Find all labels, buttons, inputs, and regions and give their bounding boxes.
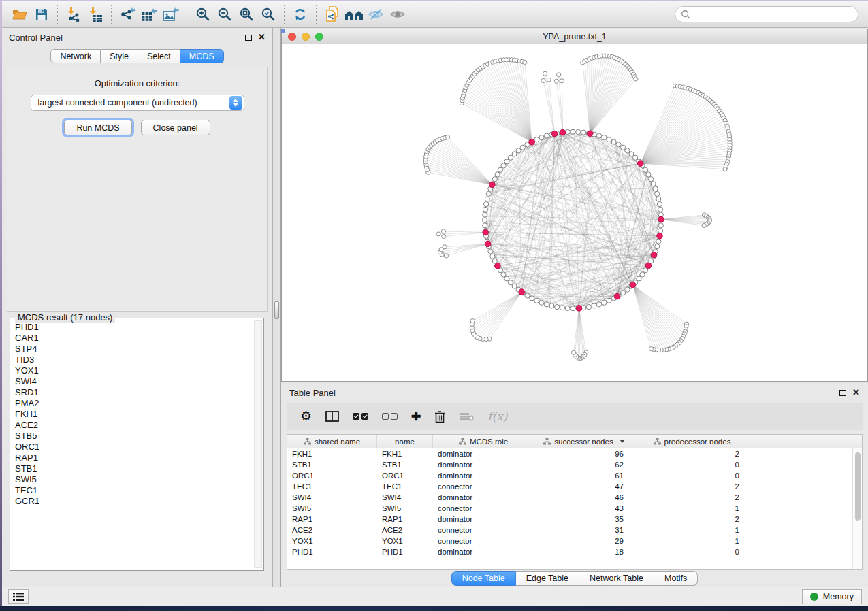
- table-row[interactable]: SWI5SWI5connector431: [287, 503, 852, 514]
- mcds-node-item[interactable]: TID3: [14, 354, 251, 365]
- import-network-button[interactable]: [63, 4, 84, 24]
- mcds-node-item[interactable]: PHD1: [14, 322, 251, 333]
- table-scrollbar-thumb[interactable]: [855, 452, 861, 521]
- optimization-criterion-label: Optimization criterion:: [7, 78, 267, 88]
- splitter-handle[interactable]: [274, 301, 279, 319]
- mcds-node-item[interactable]: SRD1: [14, 387, 251, 398]
- column-header-name[interactable]: name: [377, 435, 433, 448]
- export-image-icon: [162, 6, 180, 22]
- mcds-node-item[interactable]: RAP1: [14, 452, 251, 463]
- table-cell: dominator: [433, 548, 534, 556]
- tab-select[interactable]: Select: [138, 49, 180, 63]
- delete-table-button-disabled: [459, 408, 474, 425]
- maximize-window-icon[interactable]: [315, 33, 323, 41]
- table-cell: RAP1: [287, 515, 377, 523]
- criterion-dropdown[interactable]: largest connected component (undirected): [31, 95, 244, 111]
- table-cell: dominator: [433, 450, 534, 458]
- close-window-icon[interactable]: [288, 33, 296, 41]
- zoom-selected-button[interactable]: [257, 4, 279, 24]
- export-network-button[interactable]: [116, 4, 138, 24]
- table-cell: ORC1: [287, 472, 377, 480]
- duplicate-network-button[interactable]: [321, 4, 343, 24]
- table-row[interactable]: ORC1ORC1dominator610: [287, 470, 852, 481]
- zoom-out-button[interactable]: [214, 4, 236, 24]
- columns-icon: [325, 411, 339, 422]
- eye-slash-icon: [367, 7, 385, 21]
- tab-network[interactable]: Network: [50, 49, 101, 63]
- table-row[interactable]: ACE2ACE2connector311: [287, 525, 852, 535]
- select-all-columns-button[interactable]: [353, 408, 368, 425]
- tab-node-table[interactable]: Node Table: [451, 571, 516, 586]
- column-header-shared-name[interactable]: shared name: [287, 435, 377, 448]
- column-header-successor-nodes[interactable]: successor nodes: [534, 435, 634, 448]
- zoom-in-button[interactable]: [192, 4, 214, 24]
- mcds-node-item[interactable]: YOX1: [14, 365, 251, 376]
- show-panels-button[interactable]: [8, 589, 29, 604]
- table-cell: STB1: [287, 461, 377, 469]
- tab-network-table[interactable]: Network Table: [579, 571, 654, 586]
- table-row[interactable]: RAP1RAP1dominator352: [287, 514, 852, 525]
- save-session-button[interactable]: [31, 4, 52, 24]
- table-row[interactable]: STB1STB1dominator620: [287, 459, 852, 470]
- table-row[interactable]: TEC1TEC1connector472: [287, 481, 852, 492]
- mcds-node-item[interactable]: PMA2: [14, 398, 251, 409]
- column-header-predecessor-nodes[interactable]: predecessor nodes: [634, 435, 750, 448]
- mcds-node-item[interactable]: STB1: [14, 463, 251, 474]
- first-neighbors-button[interactable]: [343, 4, 365, 24]
- mcds-node-item[interactable]: GCR1: [14, 496, 251, 507]
- table-row[interactable]: SWI4SWI4dominator462: [287, 492, 852, 503]
- mcds-result-list: PHD1CAR1STP4TID3YOX1SWI4SRD1PMA2FKH1ACE2…: [14, 322, 251, 567]
- memory-button[interactable]: Memory: [802, 589, 862, 604]
- column-header-MCDS-role[interactable]: MCDS role: [433, 435, 534, 448]
- network-window-titlebar[interactable]: YPA_prune.txt_1: [282, 29, 867, 44]
- mcds-node-item[interactable]: SWI5: [14, 474, 251, 485]
- table-scrollbar[interactable]: [852, 448, 862, 569]
- mcds-node-item[interactable]: CAR1: [14, 333, 251, 344]
- dropdown-stepper-icon: [229, 96, 242, 110]
- show-columns-button[interactable]: [325, 408, 339, 425]
- mcds-node-item[interactable]: SWI4: [14, 376, 251, 387]
- tab-motifs[interactable]: Motifs: [654, 571, 698, 586]
- minimize-window-icon[interactable]: [302, 33, 310, 41]
- mcds-node-item[interactable]: STB5: [14, 431, 251, 442]
- mcds-node-item[interactable]: ORC1: [14, 442, 251, 452]
- float-panel-icon[interactable]: [839, 390, 846, 396]
- close-panel-icon[interactable]: ✕: [258, 34, 266, 41]
- table-cell: 0: [634, 472, 750, 480]
- mcds-node-item[interactable]: FKH1: [14, 409, 251, 420]
- export-table-button[interactable]: [138, 4, 160, 24]
- deselect-all-columns-button[interactable]: [382, 408, 398, 425]
- open-file-button[interactable]: [9, 4, 31, 24]
- table-row[interactable]: YOX1YOX1connector291: [287, 535, 852, 546]
- close-panel-icon[interactable]: ✕: [852, 389, 860, 396]
- create-column-button[interactable]: ✚: [411, 408, 421, 425]
- mcds-node-item[interactable]: STP4: [14, 344, 251, 354]
- tab-edge-table[interactable]: Edge Table: [516, 571, 579, 586]
- hide-selected-button[interactable]: [365, 4, 387, 24]
- export-image-button[interactable]: [160, 4, 182, 24]
- tab-style[interactable]: Style: [101, 49, 138, 63]
- zoom-fit-button[interactable]: [236, 4, 257, 24]
- table-row[interactable]: FKH1FKH1dominator962: [287, 448, 852, 459]
- apply-layout-button[interactable]: [289, 4, 311, 24]
- mcds-node-item[interactable]: ACE2: [14, 420, 251, 431]
- search-input[interactable]: [691, 7, 858, 21]
- table-cell: 43: [534, 504, 634, 512]
- show-all-button[interactable]: [387, 4, 408, 24]
- import-table-button[interactable]: [84, 4, 106, 24]
- table-settings-button[interactable]: ⚙: [300, 408, 312, 425]
- control-panel-tabs: NetworkStyleSelectMCDS: [50, 49, 223, 63]
- float-panel-icon[interactable]: [245, 35, 252, 41]
- tab-mcds[interactable]: MCDS: [180, 49, 224, 63]
- mcds-list-scrollbar[interactable]: [254, 320, 262, 568]
- network-canvas[interactable]: [282, 45, 867, 381]
- close-panel-button[interactable]: Close panel: [141, 120, 210, 135]
- delete-column-button[interactable]: [434, 408, 445, 425]
- mcds-node-item[interactable]: TEC1: [14, 485, 251, 496]
- table-cell: FKH1: [287, 450, 377, 458]
- table-row[interactable]: PHD1PHD1dominator180: [287, 546, 852, 557]
- search-icon: [681, 10, 691, 20]
- criterion-value: largest connected component (undirected): [31, 98, 229, 108]
- table-cell: 1: [634, 504, 750, 512]
- run-mcds-button[interactable]: Run MCDS: [64, 120, 131, 135]
